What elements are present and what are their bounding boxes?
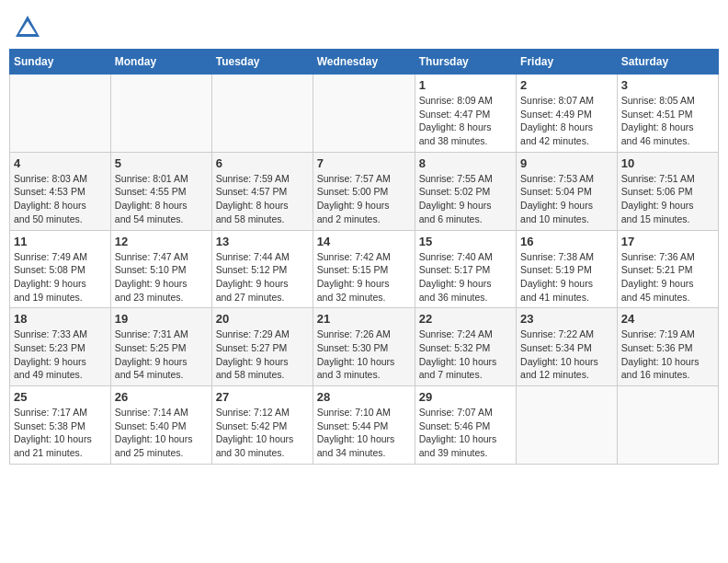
page-header [9,9,719,41]
day-number: 19 [115,312,208,326]
calendar-cell: 29Sunrise: 7:07 AM Sunset: 5:46 PM Dayli… [415,386,516,465]
day-number: 14 [317,235,411,248]
day-number: 4 [14,156,107,170]
day-info: Sunrise: 7:44 AM Sunset: 5:12 PM Dayligh… [216,250,309,304]
day-number: 28 [317,390,411,404]
day-number: 11 [14,235,107,248]
calendar-cell: 5Sunrise: 8:01 AM Sunset: 4:55 PM Daylig… [110,152,211,230]
logo [14,14,45,41]
calendar-cell: 12Sunrise: 7:47 AM Sunset: 5:10 PM Dayli… [110,230,211,308]
day-number: 29 [419,390,512,404]
calendar-cell: 13Sunrise: 7:44 AM Sunset: 5:12 PM Dayli… [211,230,313,308]
day-info: Sunrise: 7:55 AM Sunset: 5:02 PM Dayligh… [419,172,512,226]
day-info: Sunrise: 7:36 AM Sunset: 5:21 PM Dayligh… [621,250,714,304]
calendar-cell: 11Sunrise: 7:49 AM Sunset: 5:08 PM Dayli… [10,230,111,308]
day-info: Sunrise: 7:51 AM Sunset: 5:06 PM Dayligh… [621,172,714,226]
calendar-cell: 17Sunrise: 7:36 AM Sunset: 5:21 PM Dayli… [617,230,718,308]
day-info: Sunrise: 7:24 AM Sunset: 5:32 PM Dayligh… [419,327,512,382]
day-of-week-header: Thursday [415,50,516,75]
day-number: 13 [216,235,309,248]
day-number: 5 [115,156,208,170]
day-info: Sunrise: 7:57 AM Sunset: 5:00 PM Dayligh… [317,172,411,226]
day-number: 7 [317,156,411,170]
day-number: 21 [317,312,411,326]
day-info: Sunrise: 7:10 AM Sunset: 5:44 PM Dayligh… [317,406,411,460]
day-info: Sunrise: 7:07 AM Sunset: 5:46 PM Dayligh… [419,406,512,460]
day-of-week-header: Sunday [10,50,111,75]
calendar-cell: 19Sunrise: 7:31 AM Sunset: 5:25 PM Dayli… [110,308,211,386]
calendar-table: SundayMondayTuesdayWednesdayThursdayFrid… [9,49,719,465]
day-info: Sunrise: 7:47 AM Sunset: 5:10 PM Dayligh… [115,250,208,304]
day-info: Sunrise: 8:03 AM Sunset: 4:53 PM Dayligh… [14,172,107,226]
calendar-cell: 21Sunrise: 7:26 AM Sunset: 5:30 PM Dayli… [313,308,415,386]
day-number: 15 [419,235,512,248]
calendar-week-row: 25Sunrise: 7:17 AM Sunset: 5:38 PM Dayli… [10,386,719,465]
day-of-week-header: Friday [517,50,618,75]
calendar-cell: 20Sunrise: 7:29 AM Sunset: 5:27 PM Dayli… [211,308,313,386]
day-info: Sunrise: 7:19 AM Sunset: 5:36 PM Dayligh… [621,327,714,382]
day-number: 20 [216,312,309,326]
day-number: 22 [419,312,512,326]
calendar-cell [10,75,111,153]
logo-icon [14,14,41,41]
calendar-week-row: 1Sunrise: 8:09 AM Sunset: 4:47 PM Daylig… [10,75,719,153]
day-info: Sunrise: 7:53 AM Sunset: 5:04 PM Dayligh… [520,172,613,226]
calendar-week-row: 4Sunrise: 8:03 AM Sunset: 4:53 PM Daylig… [10,152,719,230]
day-info: Sunrise: 7:40 AM Sunset: 5:17 PM Dayligh… [419,250,512,304]
day-info: Sunrise: 7:17 AM Sunset: 5:38 PM Dayligh… [14,406,107,460]
day-number: 24 [621,312,714,326]
day-info: Sunrise: 7:49 AM Sunset: 5:08 PM Dayligh… [14,250,107,304]
calendar-cell: 2Sunrise: 8:07 AM Sunset: 4:49 PM Daylig… [517,75,618,153]
day-info: Sunrise: 7:33 AM Sunset: 5:23 PM Dayligh… [14,327,107,382]
day-number: 27 [216,390,309,404]
calendar-cell: 1Sunrise: 8:09 AM Sunset: 4:47 PM Daylig… [415,75,516,153]
calendar-cell: 23Sunrise: 7:22 AM Sunset: 5:34 PM Dayli… [517,308,618,386]
day-number: 23 [520,312,613,326]
calendar-cell: 16Sunrise: 7:38 AM Sunset: 5:19 PM Dayli… [517,230,618,308]
day-info: Sunrise: 8:01 AM Sunset: 4:55 PM Dayligh… [115,172,208,226]
day-number: 17 [621,235,714,248]
day-info: Sunrise: 7:38 AM Sunset: 5:19 PM Dayligh… [520,250,613,304]
calendar-cell [617,386,718,465]
day-info: Sunrise: 7:42 AM Sunset: 5:15 PM Dayligh… [317,250,411,304]
calendar-week-row: 11Sunrise: 7:49 AM Sunset: 5:08 PM Dayli… [10,230,719,308]
day-number: 3 [621,78,714,92]
day-info: Sunrise: 7:14 AM Sunset: 5:40 PM Dayligh… [115,406,208,460]
calendar-cell: 27Sunrise: 7:12 AM Sunset: 5:42 PM Dayli… [211,386,313,465]
day-info: Sunrise: 8:07 AM Sunset: 4:49 PM Dayligh… [520,94,613,148]
day-of-week-header: Tuesday [211,50,313,75]
calendar-cell: 4Sunrise: 8:03 AM Sunset: 4:53 PM Daylig… [10,152,111,230]
day-of-week-header: Wednesday [313,50,415,75]
calendar-cell [517,386,618,465]
day-info: Sunrise: 7:12 AM Sunset: 5:42 PM Dayligh… [216,406,309,460]
day-number: 16 [520,235,613,248]
day-number: 1 [419,78,512,92]
day-info: Sunrise: 8:09 AM Sunset: 4:47 PM Dayligh… [419,94,512,148]
calendar-cell: 10Sunrise: 7:51 AM Sunset: 5:06 PM Dayli… [617,152,718,230]
day-of-week-header: Saturday [617,50,718,75]
day-number: 10 [621,156,714,170]
day-number: 25 [14,390,107,404]
calendar-week-row: 18Sunrise: 7:33 AM Sunset: 5:23 PM Dayli… [10,308,719,386]
day-of-week-header: Monday [110,50,211,75]
day-info: Sunrise: 8:05 AM Sunset: 4:51 PM Dayligh… [621,94,714,148]
day-number: 2 [520,78,613,92]
calendar-cell: 3Sunrise: 8:05 AM Sunset: 4:51 PM Daylig… [617,75,718,153]
day-number: 12 [115,235,208,248]
day-info: Sunrise: 7:31 AM Sunset: 5:25 PM Dayligh… [115,327,208,382]
calendar-cell: 6Sunrise: 7:59 AM Sunset: 4:57 PM Daylig… [211,152,313,230]
calendar-cell: 26Sunrise: 7:14 AM Sunset: 5:40 PM Dayli… [110,386,211,465]
calendar-cell [313,75,415,153]
day-number: 9 [520,156,613,170]
calendar-header-row: SundayMondayTuesdayWednesdayThursdayFrid… [10,50,719,75]
calendar-cell: 18Sunrise: 7:33 AM Sunset: 5:23 PM Dayli… [10,308,111,386]
day-number: 18 [14,312,107,326]
calendar-cell [211,75,313,153]
calendar-cell: 14Sunrise: 7:42 AM Sunset: 5:15 PM Dayli… [313,230,415,308]
day-number: 6 [216,156,309,170]
calendar-cell: 7Sunrise: 7:57 AM Sunset: 5:00 PM Daylig… [313,152,415,230]
calendar-cell: 25Sunrise: 7:17 AM Sunset: 5:38 PM Dayli… [10,386,111,465]
calendar-cell: 15Sunrise: 7:40 AM Sunset: 5:17 PM Dayli… [415,230,516,308]
day-info: Sunrise: 7:29 AM Sunset: 5:27 PM Dayligh… [216,327,309,382]
day-info: Sunrise: 7:26 AM Sunset: 5:30 PM Dayligh… [317,327,411,382]
